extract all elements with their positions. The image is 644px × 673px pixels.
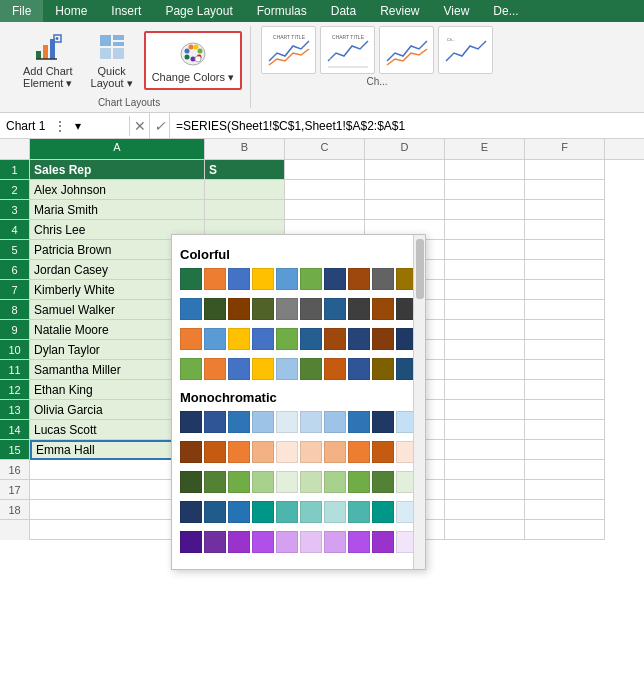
cell-E10[interactable] bbox=[445, 340, 525, 360]
color-swatch[interactable] bbox=[300, 298, 322, 320]
color-swatch[interactable] bbox=[276, 358, 298, 380]
color-swatch[interactable] bbox=[276, 328, 298, 350]
color-swatch[interactable] bbox=[276, 441, 298, 463]
color-swatch[interactable] bbox=[372, 531, 394, 553]
color-swatch[interactable] bbox=[276, 298, 298, 320]
cell-F11[interactable] bbox=[525, 360, 605, 380]
color-swatch[interactable] bbox=[300, 411, 322, 433]
col-header-B[interactable]: B bbox=[205, 139, 285, 159]
cell-E9[interactable] bbox=[445, 320, 525, 340]
color-swatch[interactable] bbox=[324, 531, 346, 553]
color-swatch[interactable] bbox=[348, 441, 370, 463]
cell-F1[interactable] bbox=[525, 160, 605, 180]
row-num-2[interactable]: 2 bbox=[0, 180, 29, 200]
color-swatch[interactable] bbox=[180, 358, 202, 380]
color-swatch[interactable] bbox=[228, 358, 250, 380]
tab-review[interactable]: Review bbox=[368, 0, 431, 22]
cell-C2[interactable] bbox=[285, 180, 365, 200]
col-header-A[interactable]: A bbox=[30, 139, 205, 159]
row-num-8[interactable]: 8 bbox=[0, 300, 29, 320]
color-swatch[interactable] bbox=[228, 411, 250, 433]
color-swatch[interactable] bbox=[204, 531, 226, 553]
color-swatch[interactable] bbox=[180, 298, 202, 320]
row-num-13[interactable]: 13 bbox=[0, 400, 29, 420]
color-swatch[interactable] bbox=[372, 328, 394, 350]
cell-E14[interactable] bbox=[445, 420, 525, 440]
cell-E13[interactable] bbox=[445, 400, 525, 420]
color-swatch[interactable] bbox=[300, 328, 322, 350]
formula-bar-input[interactable]: =SERIES(Sheet1!$C$1,Sheet1!$A$2:$A$1 bbox=[170, 119, 644, 133]
dropdown-scrollbar[interactable] bbox=[413, 235, 425, 569]
color-swatch[interactable] bbox=[276, 471, 298, 493]
color-swatch[interactable] bbox=[300, 471, 322, 493]
cell-D3[interactable] bbox=[365, 200, 445, 220]
color-swatch[interactable] bbox=[204, 411, 226, 433]
color-swatch[interactable] bbox=[180, 501, 202, 523]
cell-E3[interactable] bbox=[445, 200, 525, 220]
cell-F18[interactable] bbox=[525, 500, 605, 520]
color-swatch[interactable] bbox=[372, 501, 394, 523]
cell-D2[interactable] bbox=[365, 180, 445, 200]
color-swatch[interactable] bbox=[252, 358, 274, 380]
color-swatch[interactable] bbox=[204, 471, 226, 493]
row-num-11[interactable]: 11 bbox=[0, 360, 29, 380]
color-swatch[interactable] bbox=[228, 531, 250, 553]
quick-layout-button[interactable]: QuickLayout ▾ bbox=[84, 26, 140, 95]
color-swatch[interactable] bbox=[324, 501, 346, 523]
tab-page-layout[interactable]: Page Layout bbox=[153, 0, 244, 22]
cell-E4[interactable] bbox=[445, 220, 525, 240]
row-num-18[interactable]: 18 bbox=[0, 500, 29, 520]
cell-F6[interactable] bbox=[525, 260, 605, 280]
color-swatch[interactable] bbox=[348, 501, 370, 523]
color-swatch[interactable] bbox=[252, 441, 274, 463]
cell-E2[interactable] bbox=[445, 180, 525, 200]
cell-B2[interactable] bbox=[205, 180, 285, 200]
row-num-5[interactable]: 5 bbox=[0, 240, 29, 260]
color-swatch[interactable] bbox=[252, 268, 274, 290]
tab-file[interactable]: File bbox=[0, 0, 43, 22]
color-swatch[interactable] bbox=[300, 358, 322, 380]
color-swatch[interactable] bbox=[252, 328, 274, 350]
color-swatch[interactable] bbox=[252, 411, 274, 433]
tab-data[interactable]: Data bbox=[319, 0, 368, 22]
color-swatch[interactable] bbox=[276, 411, 298, 433]
color-swatch[interactable] bbox=[348, 358, 370, 380]
chart-thumb-3[interactable] bbox=[379, 26, 434, 74]
cell-E16[interactable] bbox=[445, 460, 525, 480]
tab-formulas[interactable]: Formulas bbox=[245, 0, 319, 22]
cell-E6[interactable] bbox=[445, 260, 525, 280]
color-swatch[interactable] bbox=[180, 268, 202, 290]
color-swatch[interactable] bbox=[324, 268, 346, 290]
row-num-6[interactable]: 6 bbox=[0, 260, 29, 280]
color-swatch[interactable] bbox=[372, 411, 394, 433]
color-swatch[interactable] bbox=[324, 411, 346, 433]
row-num-15[interactable]: 15 bbox=[0, 440, 29, 460]
color-swatch[interactable] bbox=[228, 501, 250, 523]
color-swatch[interactable] bbox=[228, 298, 250, 320]
color-swatch[interactable] bbox=[228, 328, 250, 350]
cell-E12[interactable] bbox=[445, 380, 525, 400]
color-swatch[interactable] bbox=[324, 358, 346, 380]
cell-B1[interactable]: S bbox=[205, 160, 285, 180]
color-swatch[interactable] bbox=[348, 531, 370, 553]
color-swatch[interactable] bbox=[372, 441, 394, 463]
color-swatch[interactable] bbox=[324, 298, 346, 320]
cell-F7[interactable] bbox=[525, 280, 605, 300]
chart-thumb-4[interactable]: Ch... bbox=[438, 26, 493, 74]
color-swatch[interactable] bbox=[276, 501, 298, 523]
cell-E8[interactable] bbox=[445, 300, 525, 320]
row-num-7[interactable]: 7 bbox=[0, 280, 29, 300]
color-swatch[interactable] bbox=[204, 441, 226, 463]
color-swatch[interactable] bbox=[348, 268, 370, 290]
color-swatch[interactable] bbox=[276, 268, 298, 290]
cell-F16[interactable] bbox=[525, 460, 605, 480]
color-swatch[interactable] bbox=[204, 358, 226, 380]
cell-E1[interactable] bbox=[445, 160, 525, 180]
color-swatch[interactable] bbox=[252, 298, 274, 320]
color-swatch[interactable] bbox=[276, 531, 298, 553]
cell-C1[interactable] bbox=[285, 160, 365, 180]
color-swatch[interactable] bbox=[228, 268, 250, 290]
scrollbar-thumb[interactable] bbox=[416, 239, 424, 299]
row-num-1[interactable]: 1 bbox=[0, 160, 29, 180]
color-swatch[interactable] bbox=[180, 411, 202, 433]
